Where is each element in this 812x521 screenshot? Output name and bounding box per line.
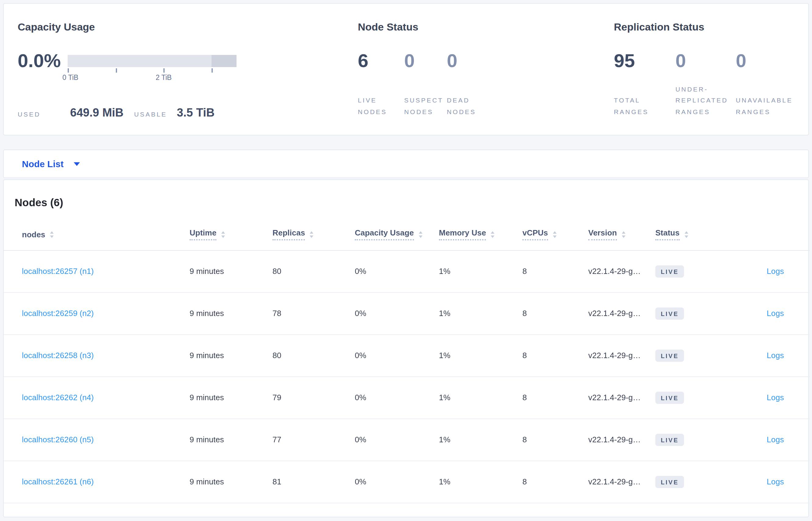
column-header-vcpus[interactable]: vCPUs [522, 219, 588, 250]
logs-cell: Logs [722, 377, 810, 418]
uptime-cell: 9 minutes [190, 292, 272, 334]
logs-cell: Logs [722, 334, 810, 377]
column-header-status[interactable]: Status [655, 219, 722, 250]
used-label: USED [18, 110, 41, 118]
nodes-table: nodes Uptime Replicas Capacity Usage Mem… [4, 219, 810, 503]
capacity-usage-cell: 0% [355, 292, 439, 334]
vcpus-cell: 8 [522, 292, 588, 334]
capacity-gauge-bar [67, 55, 236, 67]
sort-icon [419, 231, 423, 237]
status-badge: LIVE [655, 433, 684, 446]
node-cell: localhost:26262 (n4) [4, 377, 190, 418]
live-nodes-value: 6 [358, 51, 368, 71]
node-cell: localhost:26259 (n2) [4, 292, 190, 334]
node-link[interactable]: localhost:26259 (n2) [22, 309, 94, 318]
nodes-table-card: Nodes (6) nodes Uptime Replicas Capacity… [3, 179, 809, 517]
node-status-title: Node Status [358, 21, 418, 33]
logs-cell: Logs [722, 460, 810, 503]
under-replicated-ranges-label: UNDER- REPLICATED RANGES [675, 83, 728, 117]
column-header-uptime[interactable]: Uptime [190, 219, 272, 250]
status-badge: LIVE [655, 265, 684, 277]
memory-use-cell: 1% [439, 250, 522, 292]
logs-cell: Logs [722, 250, 810, 292]
sort-icon [553, 231, 556, 237]
node-cell: localhost:26257 (n1) [4, 250, 190, 292]
node-link[interactable]: localhost:26262 (n4) [22, 393, 94, 402]
node-list-dropdown-label: Node List [22, 159, 64, 169]
node-link[interactable]: localhost:26258 (n3) [22, 351, 94, 360]
memory-use-cell: 1% [439, 292, 522, 334]
table-row: localhost:26259 (n2) 9 minutes 78 0% 1% … [4, 292, 810, 334]
suspect-nodes-value: 0 [404, 51, 415, 71]
vcpus-cell: 8 [522, 460, 588, 503]
unavailable-ranges-label: UNAVAILABLE RANGES [736, 95, 793, 117]
status-cell: LIVE [655, 250, 722, 292]
column-header-memory-use[interactable]: Memory Use [439, 219, 522, 250]
gauge-tick-0 [68, 68, 69, 73]
sort-icon [50, 231, 54, 237]
total-ranges-label: TOTAL RANGES [614, 95, 649, 117]
node-link[interactable]: localhost:26257 (n1) [22, 267, 94, 276]
status-cell: LIVE [655, 418, 722, 460]
node-link[interactable]: localhost:26261 (n6) [22, 477, 94, 486]
status-cell: LIVE [655, 377, 722, 418]
table-row: localhost:26258 (n3) 9 minutes 80 0% 1% … [4, 334, 810, 377]
capacity-usage-cell: 0% [355, 377, 439, 418]
replicas-cell: 79 [272, 377, 355, 418]
dead-nodes-value: 0 [447, 51, 457, 71]
capacity-usage-title: Capacity Usage [18, 21, 95, 33]
sort-icon [221, 231, 225, 237]
column-header-nodes[interactable]: nodes [4, 219, 190, 250]
status-cell: LIVE [655, 334, 722, 377]
logs-link[interactable]: Logs [767, 267, 784, 276]
node-link[interactable]: localhost:26260 (n5) [22, 435, 94, 444]
column-header-version[interactable]: Version [588, 219, 655, 250]
vcpus-cell: 8 [522, 377, 588, 418]
table-row: localhost:26262 (n4) 9 minutes 79 0% 1% … [4, 377, 810, 418]
gauge-tick-3 [211, 68, 212, 73]
sort-icon [310, 231, 314, 237]
uptime-cell: 9 minutes [190, 460, 272, 503]
usable-value: 3.5 TiB [177, 106, 215, 119]
status-badge: LIVE [655, 476, 684, 488]
dead-nodes-label: DEAD NODES [447, 95, 476, 117]
view-selector-bar: Node List [3, 150, 809, 178]
node-cell: localhost:26258 (n3) [4, 334, 190, 377]
version-cell: v22.1.4-29-g… [588, 377, 655, 418]
version-cell: v22.1.4-29-g… [588, 460, 655, 503]
status-badge: LIVE [655, 391, 684, 404]
uptime-cell: 9 minutes [190, 250, 272, 292]
gauge-tick-2 [163, 68, 165, 73]
memory-use-cell: 1% [439, 418, 522, 460]
sort-icon [622, 231, 625, 237]
column-header-replicas[interactable]: Replicas [272, 219, 355, 250]
version-cell: v22.1.4-29-g… [588, 418, 655, 460]
used-value: 649.9 MiB [70, 106, 123, 119]
capacity-usage-section: Capacity Usage 0.0% 0 TiB 2 TiB USED 649… [18, 4, 347, 135]
node-list-dropdown[interactable]: Node List [22, 150, 80, 178]
under-replicated-ranges-value: 0 [675, 51, 686, 71]
column-header-capacity-usage[interactable]: Capacity Usage [355, 219, 439, 250]
logs-link[interactable]: Logs [767, 477, 784, 486]
replication-status-title: Replication Status [614, 21, 704, 33]
status-cell: LIVE [655, 460, 722, 503]
capacity-gauge-bar-dark-segment [211, 55, 236, 67]
gauge-tick-label-2: 2 TiB [156, 74, 172, 81]
capacity-usage-cell: 0% [355, 334, 439, 377]
uptime-cell: 9 minutes [190, 418, 272, 460]
table-row: localhost:26261 (n6) 9 minutes 81 0% 1% … [4, 460, 810, 503]
chevron-down-icon [74, 162, 80, 166]
logs-cell: Logs [722, 418, 810, 460]
logs-link[interactable]: Logs [767, 309, 784, 318]
memory-use-cell: 1% [439, 460, 522, 503]
usable-label: USABLE [134, 110, 167, 118]
total-ranges-value: 95 [614, 51, 635, 71]
logs-link[interactable]: Logs [767, 393, 784, 402]
logs-link[interactable]: Logs [767, 435, 784, 444]
status-badge: LIVE [655, 349, 684, 361]
table-header-row: nodes Uptime Replicas Capacity Usage Mem… [4, 219, 810, 250]
node-status-section: Node Status 6 0 0 LIVE NODES SUSPECT NOD… [358, 4, 602, 135]
vcpus-cell: 8 [522, 250, 588, 292]
capacity-percent: 0.0% [18, 51, 61, 71]
logs-link[interactable]: Logs [767, 351, 784, 360]
